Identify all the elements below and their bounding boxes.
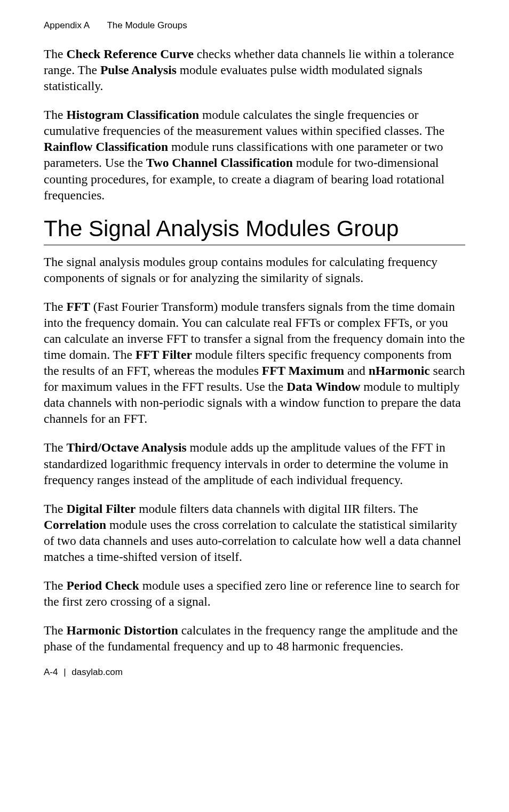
text: and <box>344 364 369 377</box>
term-histogram-classification: Histogram Classification <box>66 108 199 122</box>
header-appendix: Appendix A <box>44 20 90 31</box>
header-chapter: The Module Groups <box>107 20 187 30</box>
footer-page-number: A-4 <box>44 667 58 677</box>
page-header: Appendix A The Module Groups <box>44 20 465 31</box>
term-correlation: Correlation <box>44 518 106 532</box>
paragraph-third-octave: The Third/Octave Analysis module adds up… <box>44 439 465 487</box>
text: The <box>44 300 66 313</box>
section-title: The Signal Analysis Modules Group <box>44 216 465 245</box>
term-fft-filter: FFT Filter <box>136 348 192 361</box>
paragraph-fft: The FFT (Fast Fourier Transform) module … <box>44 299 465 427</box>
text: The <box>44 47 66 61</box>
footer-separator: | <box>63 667 66 677</box>
paragraph-check-reference: The Check Reference Curve checks whether… <box>44 46 465 94</box>
paragraph-histogram: The Histogram Classification module calc… <box>44 107 465 203</box>
text: The <box>44 440 66 454</box>
term-digital-filter: Digital Filter <box>66 502 136 516</box>
term-data-window: Data Window <box>287 380 360 393</box>
term-check-reference-curve: Check Reference Curve <box>66 47 193 61</box>
text: module uses the cross correlation to cal… <box>44 518 461 564</box>
term-fft-maximum: FFT Maximum <box>262 364 344 377</box>
text: The <box>44 578 66 592</box>
term-nharmonic: nHarmonic <box>369 364 430 377</box>
text: The <box>44 108 66 122</box>
term-period-check: Period Check <box>66 578 139 592</box>
footer-site: dasylab.com <box>71 667 122 677</box>
page-footer: A-4 | dasylab.com <box>44 667 465 678</box>
term-harmonic-distortion: Harmonic Distortion <box>66 623 178 637</box>
paragraph-digital-filter: The Digital Filter module filters data c… <box>44 501 465 565</box>
term-rainflow-classification: Rainflow Classification <box>44 140 168 154</box>
text: The <box>44 502 66 516</box>
paragraph-harmonic-distortion: The Harmonic Distortion calculates in th… <box>44 622 465 654</box>
term-fft: FFT <box>66 300 90 313</box>
term-pulse-analysis: Pulse Analysis <box>100 63 177 77</box>
paragraph-period-check: The Period Check module uses a specified… <box>44 577 465 609</box>
paragraph-intro: The signal analysis modules group contai… <box>44 254 465 286</box>
term-third-octave-analysis: Third/Octave Analysis <box>66 440 186 454</box>
term-two-channel-classification: Two Channel Classification <box>146 156 293 170</box>
text: The <box>44 623 66 637</box>
text: module filters data channels with digita… <box>136 502 418 516</box>
